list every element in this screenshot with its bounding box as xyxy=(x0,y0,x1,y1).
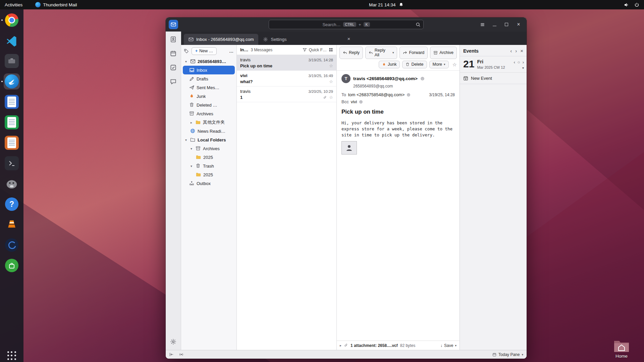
folder-row-local-archives[interactable]: ▾ Archives xyxy=(181,144,236,153)
reply-icon xyxy=(343,51,347,55)
address-book-space-button[interactable] xyxy=(170,36,177,43)
events-prev-button[interactable]: ‹ xyxy=(510,48,512,54)
events-close-button[interactable]: × xyxy=(520,48,523,54)
chevron-down-icon[interactable]: ▾ xyxy=(189,147,194,150)
calendar-space-button[interactable] xyxy=(170,50,177,57)
save-attachment-button[interactable]: ↓ Save ▾ xyxy=(440,343,457,348)
events-next-button[interactable]: › xyxy=(515,48,517,54)
drafts-icon xyxy=(189,76,195,81)
date-next-button[interactable]: › xyxy=(523,60,524,65)
dock-thunderbird-icon[interactable] xyxy=(4,73,20,89)
dock-software-store-icon[interactable] xyxy=(4,257,20,274)
inline-image-placeholder[interactable] xyxy=(341,141,357,155)
folder-row-local-folders[interactable]: ▾ Local Folders xyxy=(181,135,236,144)
collapse-folder-pane-icon[interactable] xyxy=(169,352,174,357)
tab-inbox[interactable]: Inbox - 2658564893@qq.com xyxy=(184,34,258,45)
dock-terminal-icon[interactable] xyxy=(4,155,20,171)
folder-row-sent[interactable]: Sent Mes… xyxy=(181,83,236,92)
dock-help-icon[interactable]: ? xyxy=(4,196,20,212)
star-icon[interactable]: ☆ xyxy=(329,63,333,68)
dock-gimp-icon[interactable] xyxy=(4,176,20,192)
contact-smiley-icon[interactable] xyxy=(407,93,411,97)
bcc-value[interactable]: vivi xyxy=(351,99,357,104)
tasks-space-button[interactable] xyxy=(170,64,177,71)
more-button[interactable]: More ▾ xyxy=(429,61,449,68)
tag-icon[interactable] xyxy=(184,49,189,54)
folder-row-outbox[interactable]: Outbox xyxy=(181,179,236,188)
forward-button[interactable]: Forward xyxy=(399,47,428,59)
close-window-button[interactable]: × xyxy=(514,20,523,29)
chevron-right-icon[interactable]: ▸ xyxy=(340,344,341,347)
reply-all-button[interactable]: Reply All ▾ xyxy=(365,47,397,59)
mail-space-button[interactable] xyxy=(169,20,178,29)
focused-app-menu[interactable]: Thunderbird Mail xyxy=(35,2,77,7)
chevron-down-icon[interactable]: ▾ xyxy=(184,60,188,63)
archive-button[interactable]: Archive xyxy=(430,47,457,59)
star-icon[interactable]: ☆ xyxy=(329,79,333,84)
close-tab-button[interactable]: × xyxy=(345,35,353,42)
chevron-down-icon[interactable]: ▾ xyxy=(189,164,194,168)
folder-row-junk[interactable]: Junk xyxy=(181,92,236,101)
folder-row-other[interactable]: ▸ 其他文件夹 xyxy=(181,118,236,127)
bell-icon xyxy=(399,2,404,7)
star-icon[interactable]: ☆ xyxy=(329,95,333,100)
delete-button[interactable]: Delete xyxy=(402,61,427,68)
dock-libreoffice-calc-icon[interactable] xyxy=(4,114,20,130)
chat-space-button[interactable] xyxy=(170,78,177,85)
maximize-button[interactable] xyxy=(502,20,511,29)
folder-row-deleted[interactable]: Deleted … xyxy=(181,101,236,109)
new-message-button[interactable]: + New … xyxy=(192,47,217,55)
today-pane-toggle[interactable]: Today Pane ▾ xyxy=(492,352,523,357)
dock-chrome-icon[interactable] xyxy=(4,12,20,28)
folder-row-news[interactable]: News Readi… xyxy=(181,127,236,135)
dock-vlc-icon[interactable] xyxy=(4,217,20,233)
message-row[interactable]: travis 3/20/25, 10:29 1 ☆ xyxy=(237,86,336,102)
quick-filter-icon[interactable] xyxy=(303,48,307,52)
folder-row-inbox[interactable]: Inbox xyxy=(183,66,235,74)
global-search-input[interactable]: Search… CTRL + K xyxy=(269,20,424,29)
star-message-button[interactable]: ☆ xyxy=(452,62,457,68)
tab-settings[interactable]: Settings xyxy=(258,34,291,45)
dock-vscode-icon[interactable] xyxy=(4,33,20,49)
chevron-right-icon[interactable]: ▸ xyxy=(189,121,194,124)
message-count: 3 Messages xyxy=(251,48,273,52)
to-value[interactable]: tom <2683758548@qq.com> xyxy=(348,92,405,97)
new-event-button[interactable]: New Event xyxy=(460,73,527,84)
message-row[interactable]: travis 3/19/25, 14:28 Pick up on time ☆ xyxy=(237,55,336,71)
date-today-button[interactable]: ○ xyxy=(518,60,520,65)
window-titlebar[interactable]: Search… CTRL + K × xyxy=(166,17,527,32)
status-radio-icon[interactable] xyxy=(179,352,184,357)
folder-row-archives-2025[interactable]: 2025 xyxy=(181,153,236,162)
activities-button[interactable]: Activities xyxy=(0,0,27,9)
system-tray[interactable] xyxy=(624,2,644,7)
desktop-home-shortcut[interactable]: Home xyxy=(606,339,637,359)
settings-gear-icon[interactable] xyxy=(170,338,177,345)
folder-row-trash-2025[interactable]: 2025 xyxy=(181,170,236,179)
chevron-down-icon[interactable]: ▾ xyxy=(522,66,524,70)
window-status-bar: Today Pane ▾ xyxy=(166,350,527,359)
attachment-bar[interactable]: ▸ 1 attachment: 2658….vcf 82 bytes ↓ Sav… xyxy=(337,341,460,350)
junk-button[interactable]: Junk xyxy=(379,61,400,68)
folder-pane-options-button[interactable]: … xyxy=(229,49,234,54)
message-sender: travis xyxy=(240,57,251,62)
dock-libreoffice-impress-icon[interactable] xyxy=(4,135,20,151)
folder-row-trash[interactable]: ▾ Trash xyxy=(181,162,236,170)
reply-button[interactable]: Reply xyxy=(339,47,363,59)
dock-browser-icon[interactable] xyxy=(4,237,20,253)
folder-row-account[interactable]: ▾ 2658564893… xyxy=(181,57,236,66)
message-row[interactable]: vivi 3/19/25, 16:49 what? ☆ xyxy=(237,71,336,86)
dock-files-icon[interactable] xyxy=(4,53,20,69)
app-menu-button[interactable] xyxy=(478,20,487,29)
folder-row-archives[interactable]: Archives xyxy=(181,109,236,118)
quick-filter-label[interactable]: Quick F… xyxy=(309,48,327,52)
minimize-button[interactable] xyxy=(490,20,499,29)
dock-libreoffice-writer-icon[interactable] xyxy=(4,94,20,110)
contact-smiley-icon[interactable] xyxy=(420,76,425,81)
contact-smiley-icon[interactable] xyxy=(359,100,363,104)
chevron-down-icon[interactable]: ▾ xyxy=(184,138,188,142)
folder-row-drafts[interactable]: Drafts xyxy=(181,74,236,83)
date-prev-button[interactable]: ‹ xyxy=(514,60,515,65)
dock-show-applications-icon[interactable] xyxy=(7,351,16,360)
clock-menu[interactable]: Mar 21 14:34 xyxy=(369,2,404,7)
display-options-icon[interactable] xyxy=(329,48,333,52)
